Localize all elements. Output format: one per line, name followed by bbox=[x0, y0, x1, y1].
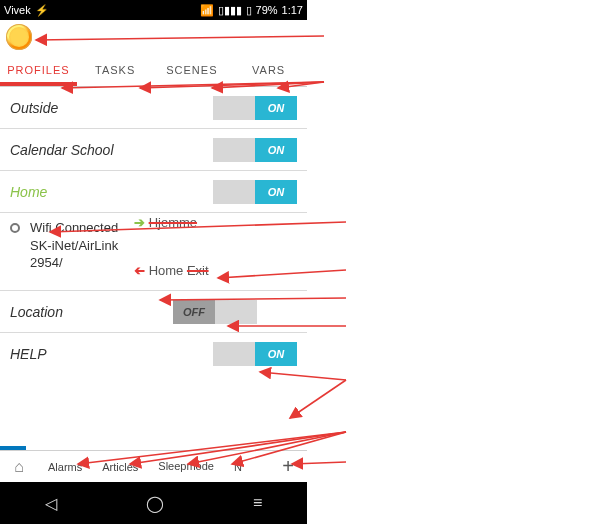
clock: 1:17 bbox=[282, 4, 303, 16]
context-line: 2954/ bbox=[30, 254, 118, 272]
project-tab-sleepmode[interactable]: Sleepmode bbox=[148, 451, 224, 482]
signal-icon: ▯▮▮▮ bbox=[218, 4, 242, 17]
exit-task-link[interactable]: ➔ Home Exit bbox=[134, 263, 209, 278]
profile-expanded-home: Wifi Connected SK-iNet/AirLink 2954/ ➔ H… bbox=[0, 213, 307, 291]
enter-task-link[interactable]: ➔ Hjemme bbox=[134, 215, 197, 230]
profile-row-location[interactable]: Location OFF bbox=[0, 291, 307, 333]
tasker-gear-icon[interactable] bbox=[6, 24, 32, 50]
tab-scenes-label: SCENES bbox=[166, 64, 217, 76]
toggle-off-label: OFF bbox=[173, 300, 215, 324]
plus-icon: + bbox=[282, 455, 294, 478]
nav-recent-icon[interactable]: ≡ bbox=[253, 494, 262, 512]
arrow-right-icon: ➔ bbox=[134, 215, 145, 230]
add-profile-button[interactable]: + bbox=[269, 455, 307, 478]
app-header bbox=[0, 20, 307, 54]
nav-home-icon[interactable]: ◯ bbox=[146, 494, 164, 513]
wifi-icon: 📶 bbox=[200, 4, 214, 17]
status-bar: Vivek ⚡ 📶 ▯▮▮▮ ▯ 79% 1:17 bbox=[0, 0, 307, 20]
tab-vars-label: VARS bbox=[252, 64, 285, 76]
android-nav-bar: ◁ ◯ ≡ bbox=[0, 482, 307, 524]
nav-back-icon[interactable]: ◁ bbox=[45, 494, 57, 513]
annotation-panel: Long press to enable/disable Tasker If g… bbox=[307, 0, 608, 524]
profile-name: Home bbox=[10, 184, 47, 200]
battery-pct: 79% bbox=[256, 4, 278, 16]
toggle-outside[interactable]: ON bbox=[213, 96, 297, 120]
profile-row-outside[interactable]: Outside ON bbox=[0, 87, 307, 129]
profile-name: Outside bbox=[10, 100, 58, 116]
toggle-on-label: ON bbox=[255, 96, 297, 120]
tab-bar: PROFILES TASKS SCENES VARS bbox=[0, 54, 307, 86]
battery-icon: ▯ bbox=[246, 4, 252, 17]
home-icon: ⌂ bbox=[14, 458, 24, 476]
profile-name: Location bbox=[10, 304, 63, 320]
lightning-icon: ⚡ bbox=[35, 4, 49, 17]
project-tab-bar: ⌂ Alarms Articles Sleepmode N + bbox=[0, 450, 307, 482]
tab-tasks[interactable]: TASKS bbox=[77, 54, 154, 86]
profile-context[interactable]: Wifi Connected SK-iNet/AirLink 2954/ bbox=[30, 219, 118, 272]
profile-name: Calendar School bbox=[10, 142, 114, 158]
context-line: Wifi Connected bbox=[30, 219, 118, 237]
project-tab-n[interactable]: N bbox=[224, 451, 252, 482]
arrow-left-icon: ➔ bbox=[134, 263, 145, 278]
project-tab-alarms[interactable]: Alarms bbox=[38, 451, 92, 482]
toggle-calendar[interactable]: ON bbox=[213, 138, 297, 162]
profile-name: HELP bbox=[10, 346, 47, 362]
tab-vars[interactable]: VARS bbox=[230, 54, 307, 86]
toggle-home[interactable]: ON bbox=[213, 180, 297, 204]
phone-frame: Vivek ⚡ 📶 ▯▮▮▮ ▯ 79% 1:17 PROFILES TASKS… bbox=[0, 0, 307, 524]
profile-row-help[interactable]: HELP ON bbox=[0, 333, 307, 375]
profile-row-home[interactable]: Home ON bbox=[0, 171, 307, 213]
tab-profiles-label: PROFILES bbox=[7, 64, 69, 76]
context-line: SK-iNet/AirLink bbox=[30, 237, 118, 255]
tab-tasks-label: TASKS bbox=[95, 64, 135, 76]
project-tab-home[interactable]: ⌂ bbox=[0, 458, 38, 476]
toggle-location[interactable]: OFF bbox=[173, 300, 257, 324]
toggle-on-label: ON bbox=[255, 342, 297, 366]
enter-task-label: Hjemme bbox=[149, 215, 197, 230]
exit-task-label: Home Exit bbox=[149, 263, 209, 278]
context-indicator-icon bbox=[10, 223, 20, 233]
toggle-help[interactable]: ON bbox=[213, 342, 297, 366]
tab-profiles[interactable]: PROFILES bbox=[0, 54, 77, 86]
status-user: Vivek bbox=[4, 4, 31, 16]
project-tab-articles[interactable]: Articles bbox=[92, 451, 148, 482]
tab-scenes[interactable]: SCENES bbox=[154, 54, 231, 86]
toggle-on-label: ON bbox=[255, 138, 297, 162]
toggle-on-label: ON bbox=[255, 180, 297, 204]
profile-row-calendar[interactable]: Calendar School ON bbox=[0, 129, 307, 171]
